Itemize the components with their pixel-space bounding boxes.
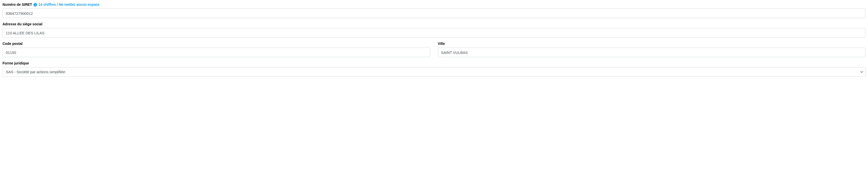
postal-input[interactable] [2, 48, 430, 57]
siret-label: Numéro de SIRET i 14 chiffres / Ne mette… [2, 2, 866, 6]
city-group: Ville [438, 42, 866, 57]
postal-city-row: Code postal Ville [2, 42, 866, 61]
siret-group: Numéro de SIRET i 14 chiffres / Ne mette… [2, 2, 866, 18]
siret-hint: 14 chiffres / Ne mettez aucun espace [38, 2, 99, 6]
city-input[interactable] [438, 48, 866, 57]
legal-form-group: Forme juridique SAS - Société par action… [2, 61, 866, 77]
address-group: Adresse du siège social [2, 22, 866, 37]
info-icon[interactable]: i [33, 3, 37, 6]
address-label: Adresse du siège social [2, 22, 866, 26]
legal-form-select[interactable]: SAS - Société par actions simplifiée [2, 67, 866, 77]
postal-label: Code postal [2, 42, 430, 46]
city-label: Ville [438, 42, 866, 46]
postal-group: Code postal [2, 42, 430, 57]
address-input[interactable] [2, 28, 866, 37]
siret-label-text: Numéro de SIRET [2, 2, 32, 6]
legal-form-label: Forme juridique [2, 61, 866, 65]
siret-input[interactable] [2, 8, 866, 18]
